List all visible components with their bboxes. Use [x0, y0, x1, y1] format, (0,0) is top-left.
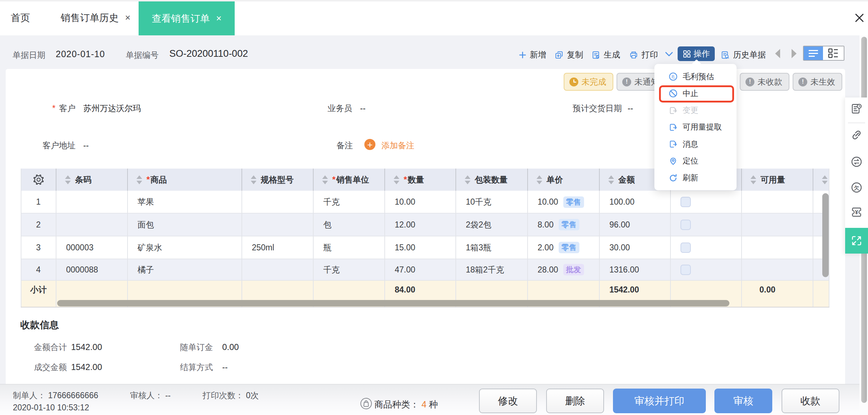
svg-text:欠: 欠 [854, 185, 860, 191]
svg-text:毛: 毛 [671, 75, 675, 79]
svg-text:¥: ¥ [855, 209, 858, 215]
